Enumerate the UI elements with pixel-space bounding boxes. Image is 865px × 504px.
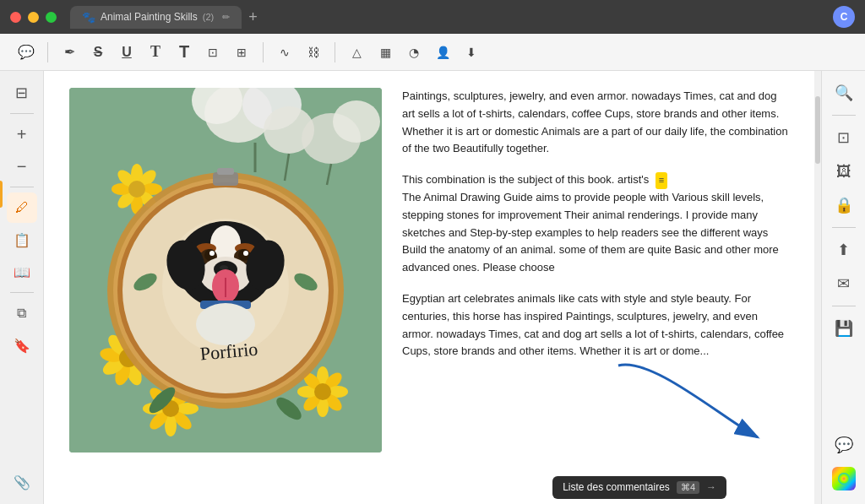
close-button[interactable] (10, 12, 21, 23)
traffic-lights (10, 12, 57, 23)
strikethrough-toolbar-btn[interactable]: S (85, 40, 111, 65)
svg-point-63 (209, 251, 215, 256)
right-sep-2 (832, 227, 856, 228)
main-layout: ⊟ + − 🖊 📋 📖 ⧉ 🔖 📎 (0, 71, 865, 504)
right-sep-3 (832, 306, 856, 306)
tooltip-shortcut: ⌘4 (677, 481, 699, 494)
search-right-btn[interactable]: 🔍 (829, 78, 859, 108)
tab-count: (2) (203, 12, 214, 22)
text-section: Paintings, sculptures, jewelry, and even… (402, 88, 789, 487)
sidebar-notes-btn[interactable]: 📋 (7, 225, 37, 255)
avatar: C (833, 6, 855, 28)
titlebar: 🐾 Animal Painting Skills (2) ✏ + C (0, 0, 865, 34)
textbox-toolbar-btn[interactable]: ⊡ (200, 40, 226, 65)
pen-toolbar-btn[interactable]: ✒ (57, 40, 82, 65)
tooltip: Liste des commentaires ⌘4 → (552, 476, 726, 499)
image-section: Porfirio (69, 88, 382, 487)
tooltip-area: Liste des commentaires ⌘4 → (88, 470, 777, 504)
book-image: Porfirio (69, 88, 382, 453)
new-tab-button[interactable]: + (248, 8, 258, 26)
svg-point-19 (128, 181, 145, 198)
toolbar-separator-1 (47, 42, 48, 62)
left-sidebar: ⊟ + − 🖊 📋 📖 ⧉ 🔖 📎 (0, 71, 44, 504)
scrollbar-thumb[interactable] (815, 96, 820, 164)
toolbar-separator-2 (263, 42, 264, 62)
tooltip-label: Liste des commentaires (563, 481, 670, 493)
tab-edit-icon[interactable]: ✏ (222, 12, 230, 23)
paragraph-3-text: Egyptian art celebrates animals like cat… (402, 292, 784, 357)
grid-toolbar-btn[interactable]: ⊞ (229, 40, 254, 65)
comment-bottom-btn[interactable]: 💬 (829, 430, 859, 460)
page-content: Porfirio Paintings, sculptures, jewelry,… (44, 71, 814, 504)
tooltip-shortcut-text: ⌘4 (681, 482, 695, 493)
tab-animal-painting[interactable]: 🐾 Animal Painting Skills (2) ✏ (70, 6, 242, 29)
content-area: Porfirio Paintings, sculptures, jewelry,… (44, 71, 821, 504)
scan-right-btn[interactable]: ⊡ (829, 122, 859, 153)
embroidery-illustration: Porfirio (69, 88, 382, 453)
image-right-btn[interactable]: 🖼 (829, 156, 859, 187)
paragraph-2-rest: The Animal Drawing Guide aims to provide… (402, 191, 779, 274)
text-paragraph-1: Paintings, sculptures, jewelry, and even… (402, 88, 789, 158)
circle-toolbar-btn[interactable]: ◔ (401, 40, 427, 65)
paragraph-1-text: Paintings, sculptures, jewelry, and even… (402, 89, 788, 154)
svg-point-6 (333, 100, 380, 143)
text-paragraph-2: This combination is the subject of this … (402, 171, 789, 277)
active-indicator (0, 181, 3, 208)
svg-point-82 (838, 473, 850, 485)
sidebar-zoomout-btn[interactable]: − (7, 151, 37, 182)
toolbar: 💬 ✒ S U T T ⊡ ⊞ ∿ ⛓ △ ▦ ◔ 👤 ⬇ (0, 34, 865, 71)
sidebar-books-btn[interactable]: 📖 (7, 257, 37, 287)
tab-label: Animal Painting Skills (101, 11, 198, 23)
person-toolbar-btn[interactable]: 👤 (430, 40, 455, 65)
svg-rect-53 (217, 168, 234, 175)
paragraph-2-start: This combination is the subject of this … (402, 173, 649, 186)
bold-font-toolbar-btn[interactable]: T (171, 40, 197, 65)
sidebar-layers-btn[interactable]: ⧉ (7, 298, 37, 328)
maximize-button[interactable] (46, 12, 57, 23)
mail-right-btn[interactable]: ✉ (829, 268, 859, 299)
text-paragraph-3: Egyptian art celebrates animals like cat… (402, 290, 789, 360)
rainbow-icon (832, 467, 856, 490)
right-sep-1 (832, 115, 856, 116)
tab-area: 🐾 Animal Painting Skills (2) ✏ + (70, 6, 258, 29)
lock-right-btn[interactable]: 🔒 (829, 190, 859, 220)
sidebar-sep-3 (10, 292, 34, 293)
sidebar-zoomin-btn[interactable]: + (7, 119, 37, 149)
toolbar-separator-3 (335, 42, 335, 62)
sidebar-bookmark-btn[interactable]: 🔖 (7, 330, 37, 360)
svg-point-64 (243, 251, 248, 256)
svg-point-47 (314, 383, 331, 400)
underline-toolbar-btn[interactable]: U (114, 40, 139, 65)
sidebar-sep-1 (10, 113, 34, 114)
tab-icon: 🐾 (82, 11, 95, 24)
chat-toolbar-icon[interactable]: 💬 (14, 40, 39, 65)
highlight-comment-icon[interactable]: ≡ (656, 172, 667, 189)
rainbow-btn[interactable] (829, 463, 859, 494)
tooltip-arrow: → (706, 481, 716, 493)
wave-toolbar-btn[interactable]: ∿ (272, 40, 297, 65)
right-sidebar: 🔍 ⊡ 🖼 🔒 ⬆ ✉ 💾 💬 (821, 71, 865, 504)
save-right-btn[interactable]: 💾 (829, 313, 859, 344)
font-type-toolbar-btn[interactable]: T (143, 40, 168, 65)
sidebar-sep-2 (10, 187, 34, 187)
share-right-btn[interactable]: ⬆ (829, 235, 859, 265)
sidebar-pages-btn[interactable]: ⊟ (7, 78, 37, 108)
sidebar-highlight-btn[interactable]: 🖊 (7, 192, 37, 223)
triangle-toolbar-btn[interactable]: △ (344, 40, 369, 65)
barchart-toolbar-btn[interactable]: ▦ (373, 40, 398, 65)
link-toolbar-btn[interactable]: ⛓ (301, 40, 326, 65)
stamp-toolbar-btn[interactable]: ⬇ (459, 40, 484, 65)
minimize-button[interactable] (28, 12, 39, 23)
sidebar-attachment-btn[interactable]: 📎 (7, 467, 37, 497)
scrollbar-track (814, 71, 821, 504)
